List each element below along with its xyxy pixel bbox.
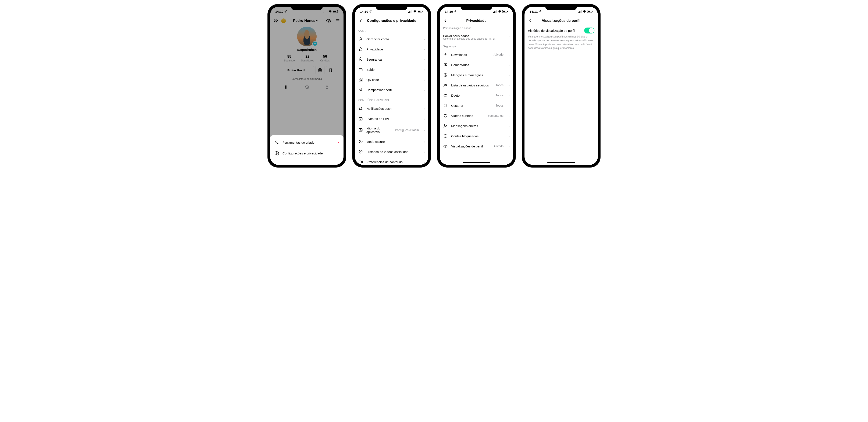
- item-liked-videos[interactable]: Vídeos curtidos Somente eu ›: [440, 110, 513, 121]
- toggle-label: Histórico de visualização de perfil: [528, 29, 575, 32]
- language-icon: [358, 128, 363, 132]
- svg-point-14: [276, 141, 277, 142]
- toggle-row: Histórico de visualização de perfil: [525, 25, 598, 35]
- status-icons: [578, 10, 593, 13]
- item-blocked[interactable]: Contas bloqueadas ›: [440, 131, 513, 141]
- chevron-right-icon: ›: [508, 34, 510, 38]
- back-button[interactable]: [443, 18, 448, 24]
- svg-rect-26: [359, 78, 361, 79]
- svg-rect-30: [359, 129, 362, 132]
- chevron-right-icon: ›: [424, 160, 425, 164]
- svg-rect-27: [361, 78, 362, 79]
- profile-views-content: Histórico de visualização de perfil Veja…: [525, 25, 598, 165]
- video-icon: [358, 160, 363, 164]
- profile-view-toggle[interactable]: [584, 28, 594, 33]
- sheet-settings[interactable]: Configurações e privacidade: [270, 148, 343, 159]
- item-mentions[interactable]: Menções e marcações ›: [440, 70, 513, 80]
- svg-rect-16: [408, 12, 409, 13]
- svg-rect-18: [410, 11, 411, 13]
- item-security[interactable]: Segurança ›: [355, 54, 428, 64]
- chevron-right-icon: ›: [424, 37, 425, 41]
- chevron-right-icon: ›: [508, 114, 510, 118]
- history-icon: [358, 149, 363, 154]
- eye-icon: [443, 144, 448, 149]
- nav-bar: Configurações e privacidade: [355, 16, 428, 25]
- item-push[interactable]: Notificações push ›: [355, 103, 428, 113]
- item-history[interactable]: Histórico de vídeos assistidos ›: [355, 147, 428, 157]
- chevron-right-icon: ›: [424, 140, 425, 143]
- svg-rect-33: [494, 11, 495, 13]
- location-icon: [538, 10, 541, 13]
- item-dm[interactable]: Mensagens diretas ›: [440, 121, 513, 131]
- chevron-right-icon: ›: [508, 63, 510, 67]
- home-indicator: [547, 162, 575, 163]
- svg-rect-28: [359, 80, 361, 82]
- svg-rect-38: [507, 11, 508, 12]
- svg-point-49: [445, 146, 446, 147]
- svg-rect-55: [588, 10, 590, 12]
- status-time: 14:10: [445, 10, 453, 13]
- svg-point-39: [445, 64, 445, 65]
- item-live-events[interactable]: Eventos de LIVE ›: [355, 113, 428, 124]
- home-indicator: [463, 162, 490, 163]
- svg-point-41: [446, 64, 446, 65]
- item-share[interactable]: Compartilhar perfil ›: [355, 85, 428, 95]
- item-duet[interactable]: Dueto Todos ›: [440, 90, 513, 100]
- item-content-pref[interactable]: Preferências de conteúdo ›: [355, 157, 428, 165]
- lock-icon: [358, 47, 363, 52]
- status-time: 14:11: [530, 10, 538, 13]
- share-icon: [358, 88, 363, 92]
- location-icon: [369, 10, 372, 13]
- item-language[interactable]: Idioma do aplicativo Português (Brasil) …: [355, 124, 428, 136]
- phone-1: 14:10 P: [268, 4, 346, 167]
- wallet-icon: [358, 67, 363, 72]
- svg-rect-34: [495, 11, 496, 13]
- svg-rect-51: [579, 11, 580, 13]
- item-followed-list[interactable]: Lista de usuários seguidos Todos ›: [440, 80, 513, 90]
- chevron-right-icon: ›: [508, 73, 510, 77]
- section-personalization: Personalização e dados: [440, 25, 513, 31]
- chevron-right-icon: ›: [508, 94, 510, 97]
- notch: [545, 4, 577, 10]
- toggle-description: Veja quem visualizou seu perfil nos últi…: [525, 35, 598, 50]
- chevron-right-icon: ›: [508, 53, 510, 57]
- chevron-right-icon: ›: [424, 78, 425, 82]
- section-content: CONTEÚDO E ATIVIDADE: [355, 95, 428, 103]
- back-button[interactable]: [527, 18, 533, 24]
- item-comments[interactable]: Comentários ›: [440, 60, 513, 70]
- back-button[interactable]: [358, 18, 364, 24]
- page-title: Configurações e privacidade: [367, 19, 416, 23]
- sheet-creator-tools-label: Ferramentas do criador: [282, 141, 315, 144]
- item-stitch[interactable]: Costurar Todos ›: [440, 100, 513, 110]
- item-qr[interactable]: QR code ›: [355, 74, 428, 85]
- chevron-right-icon: ›: [508, 104, 510, 107]
- item-privacy[interactable]: Privacidade ›: [355, 44, 428, 54]
- send-icon: [443, 124, 448, 128]
- item-dark-mode[interactable]: Modo escuro ›: [355, 136, 428, 147]
- download-icon: [443, 52, 448, 57]
- svg-rect-22: [423, 11, 423, 12]
- svg-point-15: [276, 153, 277, 154]
- bottom-sheet: Ferramentas do criador Configurações e p…: [270, 135, 343, 165]
- comment-icon: [443, 63, 448, 67]
- svg-point-42: [444, 73, 447, 77]
- sheet-creator-tools[interactable]: Ferramentas do criador: [270, 137, 343, 148]
- phone-3: 14:10 Privacidade Personalização e dados…: [437, 4, 516, 167]
- svg-rect-52: [580, 11, 581, 13]
- calendar-icon: [358, 116, 363, 121]
- screen-settings: 14:10 Configurações e privacidade CONTA …: [355, 7, 428, 165]
- item-balance[interactable]: Saldo ›: [355, 64, 428, 74]
- screen-profile-views: 14:11 Visualizações de perfil Histórico …: [525, 7, 598, 165]
- shield-icon: [358, 57, 363, 62]
- svg-rect-37: [503, 10, 505, 12]
- svg-rect-19: [411, 10, 412, 13]
- svg-rect-21: [418, 10, 421, 12]
- svg-point-23: [360, 37, 362, 39]
- item-downloads[interactable]: Downloads Ativado ›: [440, 50, 513, 60]
- item-profile-views[interactable]: Visualizações de perfil Ativado ›: [440, 141, 513, 151]
- svg-point-43: [445, 74, 446, 76]
- item-manage-account[interactable]: Gerenciar conta ›: [355, 34, 428, 44]
- gear-icon: [274, 151, 279, 156]
- qr-icon: [358, 77, 363, 82]
- settings-list: CONTA Gerenciar conta › Privacidade › Se…: [355, 25, 428, 165]
